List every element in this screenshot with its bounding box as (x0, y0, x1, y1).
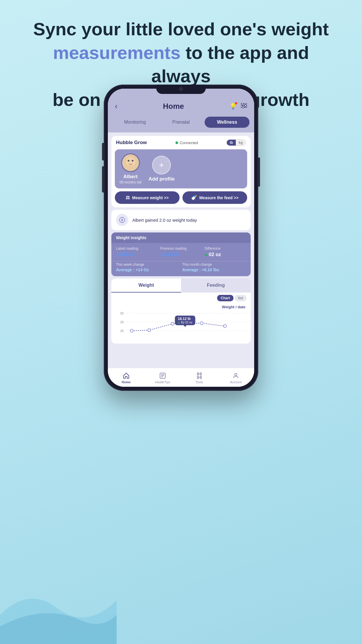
svg-text:18: 18 (120, 320, 124, 324)
nav-account-label: Account (230, 380, 242, 384)
phone-frame-wrapper: ‹ Home 💡 (104, 85, 258, 391)
unit-lb-button[interactable]: lb (227, 140, 236, 146)
add-profile-button[interactable]: + Add profile (148, 156, 175, 182)
svg-point-21 (130, 329, 133, 332)
svg-point-36 (235, 373, 237, 376)
svg-point-8 (128, 160, 129, 162)
svg-rect-30 (197, 373, 198, 375)
nav-home[interactable]: Home (108, 371, 145, 385)
chart-view-button[interactable]: Chart (217, 295, 233, 301)
difference-col: Difference 02 oz (205, 246, 246, 258)
svg-point-12 (121, 219, 123, 221)
tooltip-arrow (184, 325, 187, 327)
scale-icon: ⚖ (126, 195, 130, 200)
weight-insights-title: Weight insights (111, 232, 251, 243)
month-change-col: This month change Average : +0.10 lbs (182, 262, 246, 272)
measure-feed-button[interactable]: 🍼 Measure the feed >> (182, 191, 247, 204)
chart-container: 18.12 lb By 02 oz (114, 310, 248, 341)
bottle-icon: 🍼 (191, 195, 197, 200)
connection-status-dot (175, 141, 178, 144)
app-content: ‹ Home 💡 (108, 89, 254, 387)
svg-point-25 (224, 325, 226, 328)
sliders-icon (241, 103, 247, 108)
svg-rect-33 (200, 376, 201, 379)
phone-button-right (258, 158, 260, 187)
svg-text:20: 20 (120, 312, 124, 315)
page-wrapper: Sync your little loved one's weight meas… (0, 0, 362, 644)
difference-value: 02 oz (205, 252, 246, 258)
svg-rect-31 (197, 376, 198, 379)
connection-status-text: Connected (180, 141, 198, 145)
healthtips-icon (159, 372, 166, 379)
tab-feeding-chart[interactable]: Feeding (181, 279, 251, 293)
chart-card: Weight Feeding Chart list Weight / date (111, 279, 251, 344)
chart-area: Weight / date 18.12 lb (111, 304, 251, 344)
app-tabs: Monitoring Prenatal Wellness (108, 114, 254, 132)
previous-label: Previous reading (160, 246, 202, 251)
nav-tools[interactable]: Tools (181, 371, 218, 385)
measure-buttons: ⚖ Measure weight >> 🍼 Measure the feed >… (111, 188, 251, 207)
latest-reading-col: Latest reading 18.25 lb (116, 246, 157, 258)
insight-icon (116, 214, 128, 226)
back-button[interactable]: ‹ (115, 102, 117, 111)
bottom-navigation: Home HealthTips (108, 368, 254, 387)
insight-text: Albert gained 2.0 oz weight today (132, 218, 197, 223)
svg-point-4 (245, 105, 246, 106)
tooltip-sub: By 02 oz (178, 321, 192, 324)
wave-decoration (0, 556, 117, 644)
nav-healthtips-label: HealthTips (155, 380, 170, 384)
profile-area: Albert 06 months old + Add profile (115, 149, 247, 188)
hubble-title: Hubble Grow (116, 140, 147, 146)
headline-line1: Sync your little loved one's weight (23, 18, 339, 41)
headline-accent: measurements (53, 43, 181, 63)
phone-button-left2 (102, 166, 104, 192)
phone-frame: ‹ Home 💡 (104, 85, 258, 391)
settings-button[interactable] (241, 103, 247, 109)
headline-line2: measurements to the app and always (23, 41, 339, 88)
profile-name: Albert (123, 174, 138, 180)
svg-point-3 (242, 103, 243, 105)
svg-point-5 (242, 106, 244, 108)
hubble-card-header: Hubble Grow Connected lb kg (111, 136, 251, 149)
chart-tooltip: 18.12 lb By 02 oz (175, 316, 195, 325)
tooltip-up-arrow (178, 322, 180, 323)
nav-home-label: Home (122, 380, 131, 384)
month-change-label: This month change (182, 262, 246, 267)
header-icons: 💡 (229, 103, 247, 110)
unit-kg-button[interactable]: kg (236, 140, 246, 146)
tab-prenatal[interactable]: Prenatal (159, 117, 203, 128)
up-arrow-icon (205, 253, 208, 256)
week-change-label: This week change (116, 262, 180, 267)
tab-monitoring[interactable]: Monitoring (113, 117, 157, 128)
eye-icon (119, 217, 125, 223)
phone-notch (156, 85, 206, 94)
svg-rect-32 (200, 373, 201, 375)
week-change-col: This week change Average : +14 Oz (116, 262, 180, 272)
svg-point-24 (200, 322, 203, 325)
tab-wellness[interactable]: Wellness (205, 117, 249, 128)
lightbulb-button[interactable]: 💡 (229, 103, 237, 110)
measure-weight-button[interactable]: ⚖ Measure weight >> (115, 191, 180, 204)
list-view-button[interactable]: list (235, 295, 247, 301)
insights-grid: Latest reading 18.25 lb Previous reading… (111, 243, 251, 261)
hubble-status: Connected (175, 141, 198, 145)
svg-point-10 (128, 165, 133, 171)
avatar-image (122, 154, 139, 171)
add-profile-label: Add profile (148, 176, 175, 182)
previous-value: 18.12 lb (160, 252, 202, 258)
svg-point-23 (171, 322, 174, 325)
chart-tabs: Weight Feeding (111, 279, 251, 293)
chart-y-label: Weight / date (114, 304, 248, 310)
profile-albert[interactable]: Albert 06 months old (120, 153, 141, 184)
nav-healthtips[interactable]: HealthTips (145, 371, 181, 385)
tab-weight-chart[interactable]: Weight (111, 279, 181, 293)
insight-notification-card: Albert gained 2.0 oz weight today (111, 210, 251, 230)
unit-toggle[interactable]: lb kg (226, 139, 246, 146)
avatar (121, 153, 140, 172)
account-icon (232, 372, 239, 379)
phone-screen: ‹ Home 💡 (108, 89, 254, 387)
svg-point-22 (148, 329, 151, 332)
tools-icon (196, 372, 203, 379)
previous-reading-col: Previous reading 18.12 lb (160, 246, 202, 258)
nav-account[interactable]: Account (218, 371, 254, 385)
